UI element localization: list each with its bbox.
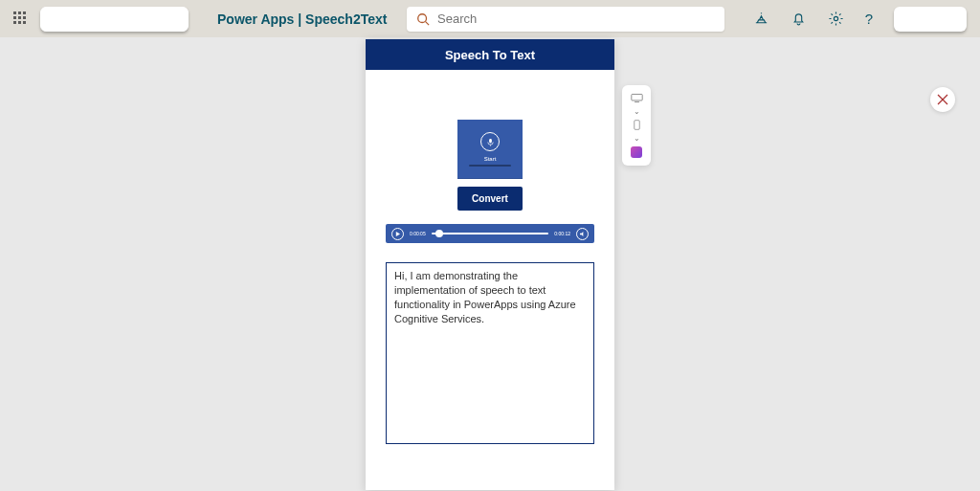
settings-icon[interactable]	[828, 11, 844, 27]
search-icon	[416, 12, 430, 26]
record-button[interactable]	[480, 132, 500, 151]
tablet-icon[interactable]	[631, 146, 642, 158]
app-breadcrumb: Power Apps | Speech2Text	[217, 11, 387, 27]
search-box[interactable]	[407, 7, 724, 32]
audio-player: 0:00:05 0:00:12	[386, 224, 594, 243]
search-input[interactable]	[437, 11, 715, 26]
time-current: 0:00:05	[410, 231, 426, 236]
play-icon	[395, 232, 400, 236]
volume-button[interactable]	[576, 228, 589, 240]
close-icon	[937, 94, 948, 105]
volume-icon	[580, 232, 585, 236]
convert-button[interactable]: Convert	[457, 187, 523, 211]
close-preview-button[interactable]	[930, 87, 955, 112]
svg-point-3	[834, 16, 837, 20]
help-icon[interactable]: ?	[865, 11, 873, 27]
record-label: Start	[484, 156, 497, 162]
seek-thumb[interactable]	[435, 230, 443, 237]
notifications-icon[interactable]	[791, 11, 807, 27]
svg-rect-7	[631, 94, 641, 100]
seek-track[interactable]	[432, 233, 549, 234]
phone-icon[interactable]	[631, 120, 643, 130]
device-preview-panel: ⌄ ⌄	[622, 85, 651, 166]
microphone-icon	[486, 138, 495, 146]
svg-rect-9	[634, 121, 639, 130]
topbar: Power Apps | Speech2Text ?	[0, 0, 980, 37]
svg-point-2	[760, 12, 761, 13]
chevron-down-icon[interactable]: ⌄	[634, 107, 640, 116]
play-button[interactable]	[391, 228, 404, 240]
svg-marker-5	[396, 232, 400, 236]
svg-line-1	[426, 21, 430, 25]
monitor-icon[interactable]	[631, 93, 643, 103]
phone-preview: Speech To Text Start Convert 0:00:05 0:0…	[366, 39, 614, 490]
transcript-output[interactable]: Hi, I am demonstrating the implementatio…	[386, 262, 594, 444]
svg-marker-6	[580, 232, 583, 236]
preview-canvas: Speech To Text Start Convert 0:00:05 0:0…	[0, 37, 980, 491]
app-launcher-icon[interactable]	[13, 11, 29, 27]
record-level-bar	[469, 165, 511, 167]
svg-rect-4	[489, 138, 492, 143]
microphone-card: Start	[457, 120, 523, 179]
user-avatar[interactable]	[894, 7, 967, 32]
svg-point-0	[418, 13, 427, 22]
header-actions: ?	[753, 7, 967, 32]
time-total: 0:00:12	[554, 231, 570, 236]
chevron-down-icon-2[interactable]: ⌄	[634, 134, 640, 143]
environments-icon[interactable]	[753, 11, 769, 27]
app-title-bar: Speech To Text	[366, 39, 614, 70]
environment-selector[interactable]	[40, 7, 189, 32]
